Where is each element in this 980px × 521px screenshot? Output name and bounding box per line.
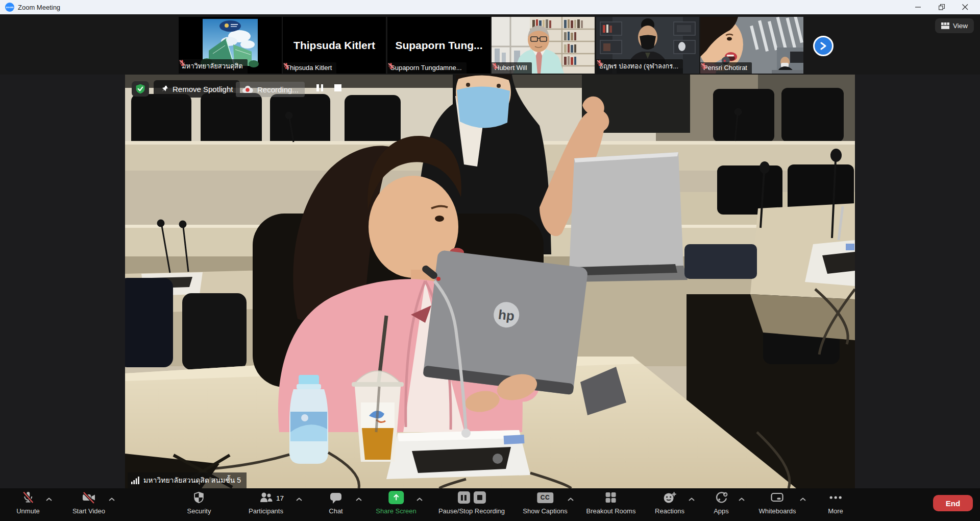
participant-tile-thanyaporn[interactable]: ธัญพร ปองทอง (จุฬาลงกร... bbox=[596, 17, 699, 74]
close-icon bbox=[962, 4, 968, 10]
restore-button[interactable] bbox=[930, 0, 953, 14]
breakout-rooms-icon bbox=[604, 491, 618, 504]
active-speaker-chip: มหาวิทยาลัยสวนดุสิต สนมชั้น 5 bbox=[128, 472, 247, 488]
active-speaker-name: มหาวิทยาลัยสวนดุสิต สนมชั้น 5 bbox=[143, 475, 241, 486]
participants-button[interactable]: Participants bbox=[249, 488, 283, 521]
reactions-label: Reactions bbox=[655, 507, 684, 515]
participant-tile-suan-dusit[interactable]: มหาวิทยาลัยสวนดุสิต bbox=[179, 17, 282, 74]
close-button[interactable] bbox=[953, 0, 977, 14]
muted-mic-icon bbox=[492, 62, 499, 69]
captions-options-caret[interactable] bbox=[568, 498, 574, 501]
start-video-button[interactable]: Start Video bbox=[72, 488, 105, 521]
gallery-view-icon bbox=[941, 22, 949, 29]
chat-options-caret[interactable] bbox=[356, 498, 362, 501]
share-screen-button[interactable]: Share Screen bbox=[376, 488, 416, 521]
security-label: Security bbox=[187, 507, 211, 515]
whiteboards-label: Whiteboards bbox=[759, 507, 796, 515]
show-captions-button[interactable]: CC Show Captions bbox=[523, 488, 567, 521]
muted-mic-icon bbox=[596, 59, 603, 66]
spotlight-video: hp bbox=[125, 75, 855, 488]
muted-mic-icon bbox=[700, 62, 707, 69]
end-meeting-button[interactable]: End bbox=[933, 495, 973, 511]
participant-name-chip: มหาวิทยาลัยสวนดุสิต bbox=[179, 59, 248, 74]
bosch-mic-unit bbox=[386, 429, 530, 479]
participant-name-chip: ธัญพร ปองทอง (จุฬาลงกร... bbox=[596, 59, 683, 74]
video-options-caret[interactable] bbox=[109, 498, 115, 501]
apps-label: Apps bbox=[714, 507, 729, 515]
recording-label: Recording... bbox=[257, 85, 299, 94]
participant-tile-thipsuda[interactable]: Thipsuda Kitlert Thipsuda Kitlert bbox=[283, 17, 386, 74]
pause-stop-recording-label: Pause/Stop Recording bbox=[438, 507, 505, 515]
whiteboards-button[interactable]: Whiteboards bbox=[759, 488, 796, 521]
muted-mic-icon bbox=[179, 59, 186, 66]
pause-stop-recording-button[interactable]: Pause/Stop Recording bbox=[438, 488, 505, 521]
minimize-button[interactable] bbox=[906, 0, 930, 14]
view-label: View bbox=[953, 22, 968, 30]
window-title: Zoom Meeting bbox=[18, 0, 60, 14]
recording-cloud-icon bbox=[242, 85, 253, 94]
participant-name: Pensri Chotirat bbox=[703, 64, 747, 72]
shield-check-icon bbox=[135, 83, 146, 95]
pause-recording-button[interactable] bbox=[316, 84, 323, 91]
captions-icon: CC bbox=[537, 492, 553, 503]
pause-recording-icon bbox=[458, 491, 470, 504]
share-options-caret[interactable] bbox=[416, 498, 423, 501]
show-captions-label: Show Captions bbox=[523, 507, 567, 515]
apps-button[interactable]: Apps bbox=[714, 488, 729, 521]
conference-room-scene: hp bbox=[125, 75, 855, 488]
participant-tile-supaporn[interactable]: Supaporn Tung... Supaporn Tungdamne... bbox=[387, 17, 491, 74]
apps-options-caret[interactable] bbox=[739, 498, 745, 501]
chat-bubble-icon bbox=[329, 491, 343, 505]
mic-muted-icon bbox=[21, 490, 35, 505]
participant-name-chip: Supaporn Tungdamne... bbox=[387, 62, 467, 74]
breakout-rooms-button[interactable]: Breakout Rooms bbox=[586, 488, 636, 521]
security-button[interactable]: Security bbox=[187, 488, 211, 521]
video-muted-icon bbox=[81, 490, 96, 505]
window-titlebar: zoom Zoom Meeting bbox=[0, 0, 980, 14]
participant-name-chip: Hubert Will bbox=[492, 62, 532, 74]
participant-name: ธัญพร ปองทอง (จุฬาลงกร... bbox=[599, 61, 678, 72]
participants-count-badge: 17 bbox=[276, 494, 284, 502]
start-video-label: Start Video bbox=[72, 507, 105, 515]
apps-icon bbox=[715, 491, 728, 504]
participant-name-chip: Pensri Chotirat bbox=[700, 62, 752, 74]
participants-label: Participants bbox=[249, 507, 283, 515]
participants-options-caret[interactable] bbox=[296, 498, 302, 501]
share-screen-icon bbox=[388, 491, 404, 504]
whiteboards-icon bbox=[770, 491, 785, 504]
remove-spotlight-button[interactable]: Remove Spotlight bbox=[154, 80, 240, 98]
chat-button[interactable]: Chat bbox=[329, 488, 343, 521]
stop-recording-button[interactable] bbox=[334, 84, 341, 91]
pin-icon bbox=[161, 85, 168, 93]
participant-filmstrip: มหาวิทยาลัยสวนดุสิต Thipsuda Kitlert Thi… bbox=[0, 14, 980, 75]
participant-tile-hubert[interactable]: Hubert Will bbox=[492, 17, 595, 74]
hp-logo: hp bbox=[497, 306, 515, 324]
more-label: More bbox=[828, 507, 843, 515]
reactions-options-caret[interactable] bbox=[689, 498, 695, 501]
chevron-right-icon bbox=[820, 42, 827, 50]
remove-spotlight-label: Remove Spotlight bbox=[173, 85, 233, 93]
participant-tile-pensri[interactable]: Pensri Chotirat bbox=[700, 17, 803, 74]
whiteboards-options-caret[interactable] bbox=[800, 498, 806, 501]
muted-mic-icon bbox=[283, 62, 290, 69]
unmute-label: Unmute bbox=[16, 507, 40, 515]
stop-recording-icon bbox=[474, 491, 486, 504]
breakout-rooms-label: Breakout Rooms bbox=[586, 507, 636, 515]
security-shield-badge[interactable] bbox=[132, 81, 149, 97]
minimize-icon bbox=[915, 4, 921, 10]
more-ellipsis-icon bbox=[829, 495, 842, 500]
meeting-toolbar: Unmute Start Video Security bbox=[0, 488, 980, 521]
participants-icon bbox=[259, 491, 273, 504]
view-button[interactable]: View bbox=[935, 18, 974, 33]
more-button[interactable]: More bbox=[828, 488, 843, 521]
participant-name: Supaporn Tungdamne... bbox=[390, 64, 462, 72]
unmute-options-caret[interactable] bbox=[46, 498, 52, 501]
next-participants-button[interactable] bbox=[813, 36, 834, 56]
participant-name: มหาวิทยาลัยสวนดุสิต bbox=[182, 61, 243, 72]
end-label: End bbox=[946, 499, 960, 508]
participant-name-chip: Thipsuda Kitlert bbox=[283, 62, 336, 74]
reactions-button[interactable]: Reactions bbox=[655, 488, 684, 521]
chat-label: Chat bbox=[329, 507, 342, 515]
unmute-button[interactable]: Unmute bbox=[16, 488, 40, 521]
main-stage: hp bbox=[0, 75, 980, 488]
